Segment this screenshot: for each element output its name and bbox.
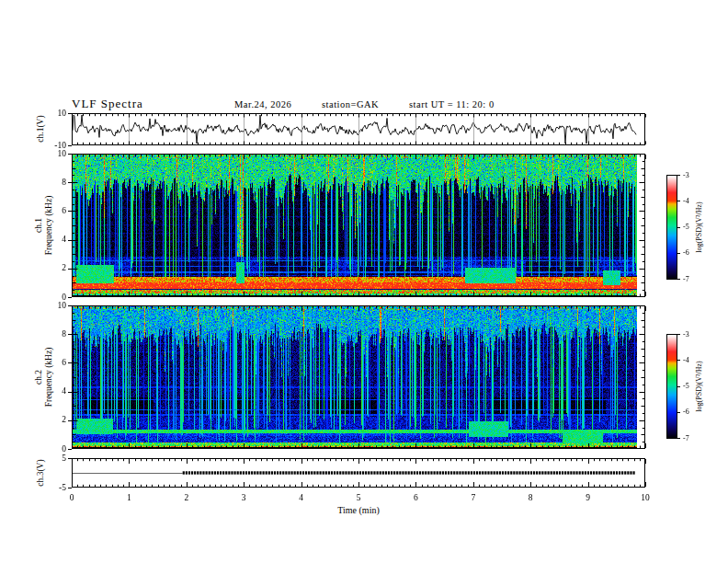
colorbar-tick-label: -7	[683, 434, 701, 442]
x-tick-label: 9	[574, 493, 602, 503]
y-tick-label: 10	[40, 301, 66, 311]
x-tick-label: 4	[288, 493, 315, 503]
colorbar-tick-label: -3	[683, 171, 701, 179]
y-tick-label: 2	[40, 263, 66, 273]
ch2-spectrogram-canvas	[73, 306, 637, 448]
date-label: Mar.24, 2026	[234, 99, 291, 109]
y-tick-label: -10	[40, 141, 66, 151]
x-tick-label: 10	[631, 493, 659, 503]
x-tick-label: 6	[402, 493, 429, 503]
ch1-voltage-axis-label: ch.1(V)	[36, 115, 46, 142]
ch1-waveform-canvas	[73, 114, 637, 144]
ch1-spectrogram-canvas	[73, 155, 637, 296]
y-tick-label: 8	[40, 178, 66, 188]
y-tick-label: 2	[40, 415, 66, 425]
page-title: VLF Spectra	[72, 97, 143, 111]
colorbar-tick-label: -6	[683, 248, 701, 257]
colorbar-tick-label: -3	[683, 330, 701, 339]
ch1-waveform-panel	[72, 113, 645, 145]
ch1-spectrogram-panel	[72, 154, 645, 297]
y-tick-label: 4	[40, 235, 66, 245]
ch3-monitor-panel	[72, 458, 645, 488]
x-tick-label: 1	[115, 493, 142, 503]
ch3-monitor-canvas	[73, 459, 644, 487]
x-tick-label: 3	[230, 493, 257, 503]
y-tick-label: 5	[40, 454, 66, 464]
colorbar-tick-label: -4	[683, 197, 701, 205]
freq-axis-label-ch1: ch.1 Frequency (kHz)	[34, 196, 53, 256]
x-tick-label: 0	[58, 493, 85, 503]
ch2-spectrogram-panel	[72, 305, 645, 449]
y-tick-label: 4	[40, 386, 66, 396]
colorbar-tick-label: -7	[683, 275, 701, 283]
x-tick-label: 2	[173, 493, 200, 503]
colorbar-tick-label: -4	[683, 356, 701, 364]
x-tick-label: 8	[517, 493, 544, 503]
y-tick-label: 6	[40, 358, 66, 368]
vlf-spectra-figure: VLF Spectra Mar.24, 2026 station=GAK sta…	[0, 0, 728, 563]
y-tick-label: -5	[40, 483, 66, 493]
freq-axis-label-ch2: ch.2 Frequency (kHz)	[34, 348, 53, 408]
time-axis-label: Time (min)	[313, 505, 404, 515]
colorbar-tick-label: -5	[683, 223, 701, 231]
x-tick-label: 5	[345, 493, 372, 503]
y-tick-label: 6	[40, 206, 66, 216]
colorbar-tick-label: -5	[683, 382, 701, 390]
y-tick-label: 10	[40, 109, 66, 119]
station-label: station=GAK	[322, 99, 379, 109]
colorbar-ch1	[666, 175, 677, 280]
colorbar-tick-label: -6	[683, 408, 701, 416]
start-ut-label: start UT = 11: 20: 0	[409, 99, 495, 109]
x-tick-label: 7	[460, 493, 487, 503]
y-tick-label: 8	[40, 329, 66, 339]
colorbar-ch2	[666, 334, 677, 439]
